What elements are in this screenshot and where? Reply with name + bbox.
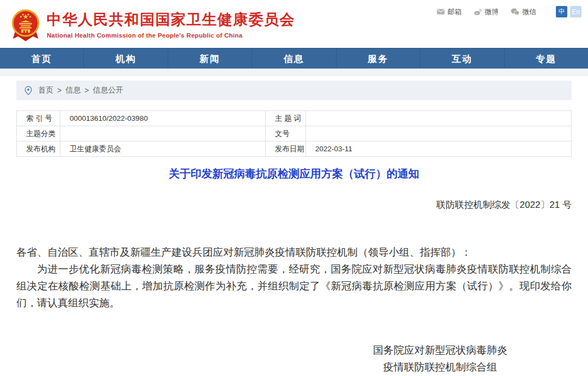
document-reference-number: 联防联控机制综发〔2022〕21 号	[16, 199, 572, 212]
meta-label-index-number: 索 引 号	[17, 111, 60, 126]
signature-line-1: 国务院应对新型冠状病毒肺炎	[373, 342, 507, 359]
document-meta-table: 索 引 号 000013610/2022-03980 主 题 词 主题分类 文号…	[16, 110, 572, 157]
wechat-icon	[511, 8, 519, 15]
wechat-link[interactable]: 微信	[511, 7, 536, 17]
lang-en-button[interactable]: En	[570, 6, 581, 17]
nav-item-topics[interactable]: 专题	[505, 49, 588, 69]
table-row: 主题分类 文号	[17, 126, 572, 141]
nav-item-services[interactable]: 服务	[336, 49, 420, 69]
meta-value-index-number: 000013610/2022-03980	[60, 111, 266, 126]
site-title-block: 中华人民共和国国家卫生健康委员会 National Health Commiss…	[47, 10, 295, 39]
location-pin-icon	[24, 86, 32, 95]
weibo-label: 微博	[485, 7, 499, 17]
breadcrumb-info-disclosure: 信息公开	[93, 85, 123, 95]
meta-label-doc-number: 文号	[266, 126, 306, 141]
signature-line-2: 疫情联防联控机制综合组	[373, 359, 507, 375]
weibo-icon	[474, 8, 482, 16]
header-utilities: 邮箱 微博 微信 中 En	[437, 6, 581, 17]
nav-item-info[interactable]: 信息	[252, 49, 336, 69]
document-salutation: 各省、自治区、直辖市及新疆生产建设兵团应对新冠肺炎疫情联防联控机制（领导小组、指…	[16, 244, 572, 261]
document-signature: 国务院应对新型冠状病毒肺炎 疫情联防联控机制综合组	[16, 342, 572, 375]
lang-zh-button[interactable]: 中	[556, 6, 567, 17]
mail-icon	[437, 9, 445, 15]
breadcrumb-separator: >	[57, 86, 62, 95]
meta-value-subject-words	[306, 111, 572, 126]
meta-label-issuing-agency: 发布机构	[17, 141, 60, 157]
meta-value-publish-date: 2022-03-11	[306, 141, 572, 157]
meta-label-publish-date: 发布日期	[266, 141, 306, 157]
weibo-link[interactable]: 微博	[474, 7, 499, 17]
national-emblem-logo	[11, 8, 40, 43]
wechat-label: 微信	[522, 7, 536, 17]
breadcrumb-separator: >	[84, 86, 89, 95]
main-nav: 首页 机构 新闻 信息 服务 互动 专题	[0, 48, 588, 69]
nav-item-news[interactable]: 新闻	[168, 49, 252, 69]
nav-item-orgs[interactable]: 机构	[84, 49, 168, 69]
site-header: 中华人民共和国国家卫生健康委员会 National Health Commiss…	[0, 0, 588, 48]
document-title: 关于印发新冠病毒抗原检测应用方案（试行）的通知	[16, 166, 572, 181]
site-title: 中华人民共和国国家卫生健康委员会	[47, 10, 295, 29]
mail-label: 邮箱	[448, 7, 462, 17]
nav-bottom-strip	[0, 69, 588, 76]
breadcrumb: 首页 > 信息 > 信息公开	[16, 81, 572, 100]
breadcrumb-home[interactable]: 首页	[38, 85, 53, 95]
table-row: 发布机构 卫生健康委员会 发布日期 2022-03-11	[17, 141, 572, 157]
language-switcher: 中 En	[556, 6, 581, 17]
meta-value-doc-number	[306, 126, 572, 141]
meta-label-subject-words: 主 题 词	[266, 111, 306, 126]
table-row: 索 引 号 000013610/2022-03980 主 题 词	[17, 111, 572, 126]
meta-label-subject-category: 主题分类	[17, 126, 60, 141]
breadcrumb-info[interactable]: 信息	[65, 85, 81, 95]
nav-item-home[interactable]: 首页	[0, 49, 84, 69]
mail-link[interactable]: 邮箱	[437, 7, 462, 17]
document-paragraph: 为进一步优化新冠病毒检测策略，服务疫情防控需要，经研究，国务院应对新型冠状病毒肺…	[16, 261, 572, 311]
site-subtitle: National Health Commission of the People…	[47, 32, 295, 39]
document-body: 各省、自治区、直辖市及新疆生产建设兵团应对新冠肺炎疫情联防联控机制（领导小组、指…	[16, 244, 572, 311]
document-article: 关于印发新冠病毒抗原检测应用方案（试行）的通知 联防联控机制综发〔2022〕21…	[0, 166, 588, 375]
nav-item-interaction[interactable]: 互动	[420, 49, 504, 69]
meta-value-issuing-agency: 卫生健康委员会	[60, 141, 266, 157]
meta-value-subject-category	[60, 126, 266, 141]
